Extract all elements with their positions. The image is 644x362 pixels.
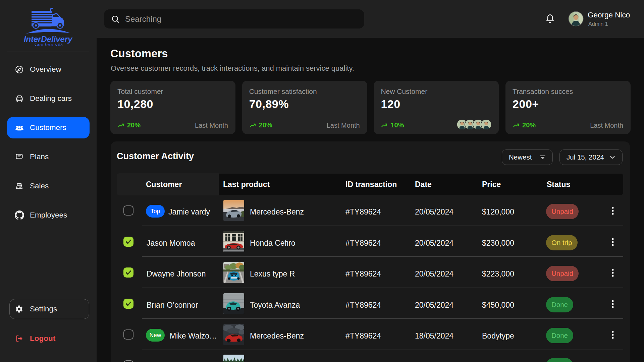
svg-text:InterDelivery: InterDelivery <box>24 35 73 44</box>
svg-text:Cars from USA: Cars from USA <box>35 43 63 46</box>
